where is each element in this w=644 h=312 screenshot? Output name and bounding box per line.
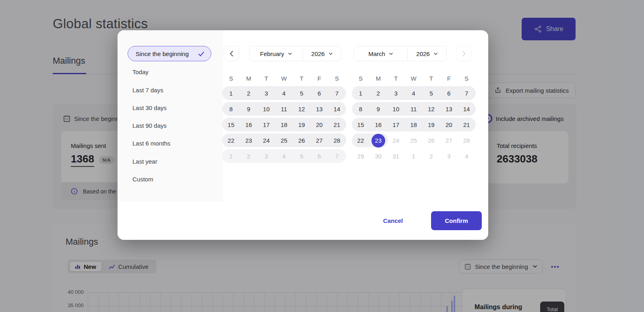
preset-last-7-days[interactable]: Last 7 days [118, 81, 223, 99]
day-march-1[interactable]: 1 [352, 85, 369, 101]
previous-month-button[interactable] [224, 46, 239, 61]
year-value: 2026 [416, 50, 429, 57]
day-february-1[interactable]: 1 [222, 85, 240, 101]
preset-last-6-months[interactable]: Last 6 months [118, 134, 223, 152]
confirm-button[interactable]: Confirm [431, 211, 482, 230]
day-march-1[interactable]: 1 [405, 148, 423, 164]
calendar-week-row: 1234567 [222, 148, 346, 164]
day-march-2[interactable]: 2 [422, 148, 440, 164]
day-march-19[interactable]: 19 [422, 117, 440, 133]
preset-last-year[interactable]: Last year [118, 152, 223, 171]
preset-custom[interactable]: Custom [118, 170, 223, 188]
day-march-13[interactable]: 13 [440, 101, 458, 117]
day-march-6[interactable]: 6 [440, 85, 458, 101]
preset-last-30-days[interactable]: Last 30 days [118, 99, 223, 117]
day-march-7[interactable]: 7 [458, 85, 475, 101]
day-march-4[interactable]: 4 [458, 148, 475, 164]
day-march-8[interactable]: 8 [352, 101, 369, 117]
day-february-3[interactable]: 3 [258, 85, 275, 101]
day-february-7[interactable]: 7 [328, 148, 346, 164]
day-march-12[interactable]: 12 [422, 101, 440, 117]
month-select[interactable]: February [250, 46, 303, 61]
day-february-9[interactable]: 9 [240, 101, 258, 117]
day-march-20[interactable]: 20 [440, 117, 458, 133]
month-year-selector-february: February 2026 [249, 46, 341, 61]
next-month-button[interactable] [456, 46, 471, 61]
day-february-6[interactable]: 6 [310, 148, 328, 164]
day-march-3[interactable]: 3 [440, 148, 458, 164]
day-march-15[interactable]: 15 [352, 117, 369, 133]
day-february-24[interactable]: 24 [258, 133, 275, 148]
day-february-14[interactable]: 14 [328, 101, 346, 117]
cancel-button[interactable]: Cancel [383, 217, 403, 224]
calendar-week-row: 891011121314 [222, 101, 346, 117]
day-march-21[interactable]: 21 [458, 117, 475, 133]
preset-label: Today [132, 69, 149, 75]
day-march-17[interactable]: 17 [387, 117, 405, 133]
day-march-23[interactable]: 23 [369, 133, 387, 148]
day-march-16[interactable]: 16 [369, 117, 387, 133]
day-february-17[interactable]: 17 [258, 117, 275, 133]
day-march-29[interactable]: 29 [352, 148, 369, 164]
day-february-3[interactable]: 3 [258, 148, 275, 164]
year-select[interactable]: 2026 [408, 46, 446, 61]
day-february-18[interactable]: 18 [275, 117, 293, 133]
month-name: February [260, 50, 284, 57]
day-march-28[interactable]: 28 [458, 133, 475, 148]
day-february-25[interactable]: 25 [275, 133, 293, 148]
day-february-7[interactable]: 7 [328, 85, 346, 101]
day-february-13[interactable]: 13 [310, 101, 328, 117]
day-february-28[interactable]: 28 [328, 133, 346, 148]
preset-since-the-beginning[interactable]: Since the beginning [128, 46, 211, 61]
preset-label: Last 90 days [132, 122, 167, 129]
day-march-11[interactable]: 11 [405, 101, 423, 117]
weekday-label: S [458, 71, 475, 85]
preset-label: Last 6 months [132, 140, 170, 147]
date-range-dialog: Since the beginningTodayLast 7 daysLast … [118, 30, 488, 240]
day-february-10[interactable]: 10 [258, 101, 275, 117]
day-february-27[interactable]: 27 [310, 133, 328, 148]
day-february-5[interactable]: 5 [293, 85, 310, 101]
day-march-18[interactable]: 18 [405, 117, 423, 133]
day-february-1[interactable]: 1 [222, 148, 240, 164]
weekday-label: M [240, 71, 258, 85]
day-february-20[interactable]: 20 [310, 117, 328, 133]
day-february-23[interactable]: 23 [240, 133, 258, 148]
preset-today[interactable]: Today [118, 63, 223, 81]
day-march-5[interactable]: 5 [422, 85, 440, 101]
day-march-22[interactable]: 22 [352, 133, 369, 148]
day-february-4[interactable]: 4 [275, 148, 293, 164]
day-march-27[interactable]: 27 [440, 133, 458, 148]
day-february-12[interactable]: 12 [293, 101, 310, 117]
day-february-2[interactable]: 2 [240, 148, 258, 164]
day-march-14[interactable]: 14 [458, 101, 475, 117]
day-march-3[interactable]: 3 [387, 85, 405, 101]
day-february-15[interactable]: 15 [222, 117, 240, 133]
day-february-5[interactable]: 5 [293, 148, 310, 164]
day-february-11[interactable]: 11 [275, 101, 293, 117]
day-march-31[interactable]: 31 [387, 148, 405, 164]
day-march-2[interactable]: 2 [369, 85, 387, 101]
day-february-6[interactable]: 6 [310, 85, 328, 101]
year-select[interactable]: 2026 [303, 46, 341, 61]
day-february-22[interactable]: 22 [222, 133, 240, 148]
day-march-10[interactable]: 10 [387, 101, 405, 117]
dialog-footer: Cancel Confirm [118, 202, 488, 240]
day-march-26[interactable]: 26 [422, 133, 440, 148]
day-february-19[interactable]: 19 [293, 117, 310, 133]
day-march-25[interactable]: 25 [405, 133, 423, 148]
day-march-9[interactable]: 9 [369, 101, 387, 117]
day-february-21[interactable]: 21 [328, 117, 346, 133]
day-march-24[interactable]: 24 [387, 133, 405, 148]
day-march-30[interactable]: 30 [369, 148, 387, 164]
day-february-8[interactable]: 8 [222, 101, 240, 117]
calendar-week-row: 15161718192021 [352, 117, 476, 133]
preset-last-90-days[interactable]: Last 90 days [118, 116, 223, 135]
weekday-label: S [222, 71, 240, 85]
day-february-16[interactable]: 16 [240, 117, 258, 133]
day-february-26[interactable]: 26 [293, 133, 310, 148]
month-select[interactable]: March [354, 46, 408, 61]
day-march-4[interactable]: 4 [405, 85, 423, 101]
day-february-4[interactable]: 4 [275, 85, 293, 101]
day-february-2[interactable]: 2 [240, 85, 258, 101]
